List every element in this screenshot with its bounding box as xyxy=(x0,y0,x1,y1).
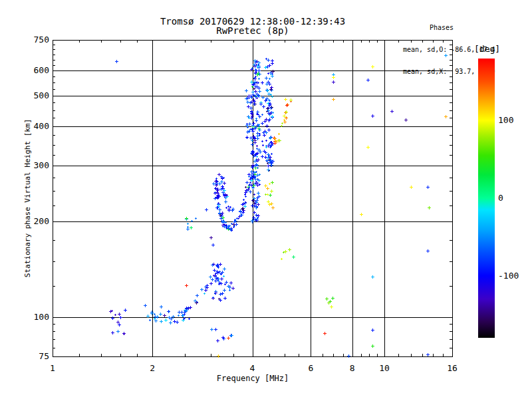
svg-text:750: 750 xyxy=(34,35,49,45)
svg-text:10: 10 xyxy=(379,363,390,373)
svg-text:8: 8 xyxy=(350,363,355,373)
svg-text:2: 2 xyxy=(150,363,155,373)
plot-area: 12468101675100200300400500600750 xyxy=(0,0,532,399)
svg-text:200: 200 xyxy=(34,216,49,226)
colorbar-unit-label: [deg] xyxy=(474,44,500,54)
data-points xyxy=(109,54,448,358)
ionogram-screenshot: Tromsø 20170629 12:38:00-12:39:43 RwPret… xyxy=(0,0,532,399)
svg-text:500: 500 xyxy=(34,90,49,100)
svg-text:75: 75 xyxy=(39,351,49,361)
tick-labels: 12468101675100200300400500600750 xyxy=(34,35,458,373)
svg-text:16: 16 xyxy=(447,363,458,373)
svg-text:4: 4 xyxy=(250,363,255,373)
colorbar-tick-label: 100 xyxy=(498,116,513,125)
svg-text:1: 1 xyxy=(50,363,55,373)
svg-text:6: 6 xyxy=(308,363,313,373)
svg-text:300: 300 xyxy=(34,160,49,170)
colorbar xyxy=(478,59,495,338)
colorbar-tick-label: 0 xyxy=(498,194,503,203)
svg-text:400: 400 xyxy=(34,121,49,131)
colorbar-tick-label: -100 xyxy=(498,271,519,281)
svg-text:600: 600 xyxy=(34,65,49,75)
svg-text:100: 100 xyxy=(34,312,49,322)
